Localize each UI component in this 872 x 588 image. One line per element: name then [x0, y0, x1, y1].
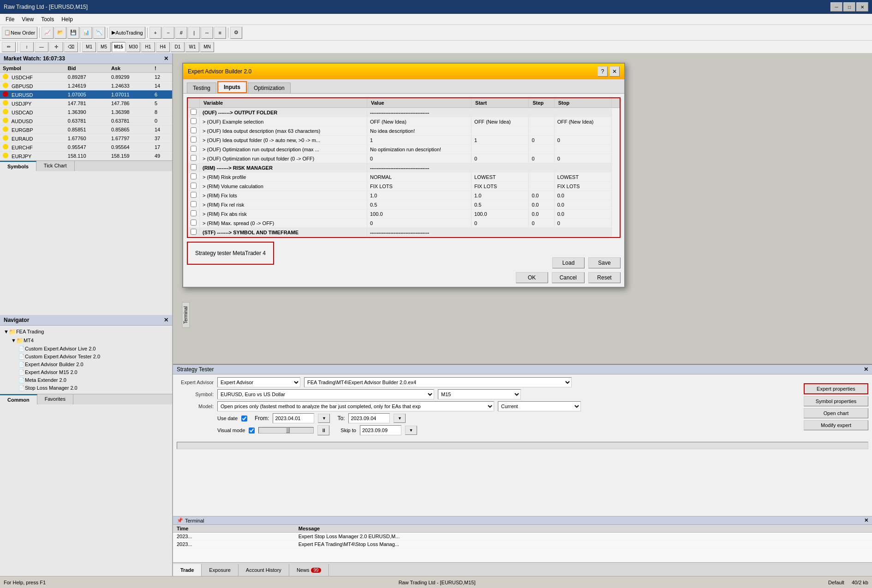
tab-optimization[interactable]: Optimization: [248, 83, 291, 93]
toolbar-chart-open[interactable]: 📂: [54, 27, 66, 39]
toolbar-volume[interactable]: ≡: [214, 27, 226, 39]
nav-item-custom-ea-live[interactable]: 📄 Custom Expert Advisor Live 2.0: [2, 345, 170, 353]
mw-row-gbpusd[interactable]: GBPUSD 1.24619 1.24633 14: [0, 82, 172, 90]
btm-tab-exposure[interactable]: Exposure: [202, 564, 238, 576]
param-row-13[interactable]: (STF) -------> SYMBOL AND TIMEFRAME ----…: [188, 228, 620, 237]
symbol-properties-btn[interactable]: Symbol properties: [804, 396, 868, 406]
mw-row-usdcad[interactable]: USDCAD 1.36390 1.36398 8: [0, 108, 172, 117]
nav-item-ea-builder[interactable]: 📄 Expert Advisor Builder 2.0: [2, 361, 170, 368]
tf-line[interactable]: —: [35, 42, 48, 52]
load-button[interactable]: Load: [552, 257, 585, 268]
tf-delete[interactable]: ⌫: [64, 42, 78, 52]
mw-row-eurjpy[interactable]: EURJPY 158.110 158.159 49: [0, 152, 172, 160]
toolbar-indicators[interactable]: 📉: [93, 27, 105, 39]
tab-favorites[interactable]: Favorites: [37, 394, 73, 404]
nav-item-stop-loss-mgr[interactable]: 📄 Stop Loss Manager 2.0: [2, 384, 170, 392]
tab-inputs[interactable]: Inputs: [217, 81, 247, 93]
param-row-12[interactable]: > (RIM) Max. spread (0 -> OFF) 0 0 0 0: [188, 219, 620, 228]
param-row-2[interactable]: > (OUF) Idea output description (max 63 …: [188, 126, 620, 136]
menu-file[interactable]: File: [2, 15, 18, 24]
tf-h4[interactable]: H4: [156, 42, 170, 52]
model-period-select[interactable]: Current: [498, 401, 581, 411]
symbol-select[interactable]: EURUSD, Euro vs US Dollar: [217, 389, 434, 399]
menu-tools[interactable]: Tools: [37, 15, 58, 24]
reset-button[interactable]: Reset: [588, 272, 621, 283]
use-date-checkbox[interactable]: [241, 416, 247, 422]
nav-item-ea-m15[interactable]: 📄 Expert Advisor M15 2.0: [2, 368, 170, 376]
toolbar-new-order[interactable]: 📋 New Order: [2, 27, 37, 39]
ea-file-select[interactable]: FEA Trading\MT4\Expert Advisor Builder 2…: [304, 377, 572, 387]
param-row-11[interactable]: > (RIM) Fix abs risk 100.0 100.0 0.0 0.0: [188, 209, 620, 219]
btm-tab-trade[interactable]: Trade: [173, 564, 202, 576]
nav-item-custom-ea-tester[interactable]: 📄 Custom Expert Advisor Tester 2.0: [2, 353, 170, 361]
mw-row-usdjpy[interactable]: USDJPY 147.781 147.786 5: [0, 99, 172, 108]
tf-m15[interactable]: M15: [112, 42, 125, 52]
ea-type-select[interactable]: Expert Advisor: [217, 377, 300, 387]
to-date-input[interactable]: [348, 413, 390, 423]
terminal-row-2[interactable]: 2023... Expert FEA Trading\MT4\Stop Loss…: [173, 540, 872, 548]
terminal-side-tab[interactable]: Terminal: [182, 302, 190, 328]
navigator-close[interactable]: ✕: [164, 317, 168, 323]
tf-cursor[interactable]: ↕: [20, 42, 34, 52]
cancel-button[interactable]: Cancel: [552, 272, 585, 283]
visual-mode-checkbox[interactable]: [249, 428, 255, 434]
visual-mode-handle[interactable]: [286, 428, 290, 433]
toolbar-options[interactable]: ⚙: [230, 27, 242, 39]
param-row-1[interactable]: > (OUF) Example selection OFF (New Idea)…: [188, 117, 620, 126]
skip-to-picker[interactable]: ▼: [405, 426, 417, 435]
tab-symbols[interactable]: Symbols: [0, 161, 36, 171]
toolbar-period-sep[interactable]: |: [188, 27, 200, 39]
menu-help[interactable]: Help: [58, 15, 77, 24]
toolbar-chart-scroll[interactable]: ↔: [201, 27, 213, 39]
btm-tab-account-history[interactable]: Account History: [239, 564, 289, 576]
terminal-row-1[interactable]: 2023... Expert Stop Loss Manager 2.0 EUR…: [173, 533, 872, 540]
skip-to-input[interactable]: [360, 425, 401, 435]
terminal-panel-close[interactable]: ✕: [864, 517, 868, 523]
maximize-button[interactable]: □: [843, 2, 855, 12]
from-date-picker[interactable]: ▼: [318, 414, 330, 423]
tf-d1[interactable]: D1: [171, 42, 185, 52]
param-row-10[interactable]: > (RIM) Fix rel risk 0.5 0.5 0.0 0.0: [188, 200, 620, 209]
mw-row-eurusd[interactable]: EURUSD 1.07005 1.07011 6: [0, 90, 172, 99]
tf-mn[interactable]: MN: [200, 42, 214, 52]
ok-button[interactable]: OK: [516, 272, 548, 283]
close-button[interactable]: ✕: [856, 2, 868, 12]
nav-item-fea-trading[interactable]: ▼ 📁 FEA Trading: [2, 327, 170, 336]
open-chart-btn[interactable]: Open chart: [804, 408, 868, 418]
mw-row-eurchf[interactable]: EURCHF 0.95547 0.95564 17: [0, 143, 172, 152]
param-row-6[interactable]: (RIM) -------> RISK MANAGER ------------…: [188, 163, 620, 172]
to-date-picker[interactable]: ▼: [394, 414, 406, 423]
minimize-button[interactable]: ─: [830, 2, 842, 12]
menu-view[interactable]: View: [18, 15, 37, 24]
tester-close[interactable]: ✕: [864, 366, 868, 373]
toolbar-grid[interactable]: #: [175, 27, 187, 39]
timeframe-select[interactable]: M15: [438, 389, 521, 399]
tf-m1[interactable]: M1: [82, 42, 96, 52]
param-row-3[interactable]: > (OUF) Idea output folder (0 -> auto ne…: [188, 136, 620, 145]
param-row-5[interactable]: > (OUF) Optimization run output folder (…: [188, 154, 620, 163]
tab-tick-chart[interactable]: Tick Chart: [36, 161, 75, 171]
visual-mode-bar[interactable]: [258, 427, 314, 434]
tab-testing[interactable]: Testing: [187, 83, 216, 93]
modify-expert-btn[interactable]: Modify expert: [804, 420, 868, 430]
expert-properties-btn[interactable]: Expert properties: [804, 383, 868, 394]
toolbar-chart-save[interactable]: 💾: [67, 27, 79, 39]
mw-row-audusd[interactable]: AUDUSD 0.63781 0.63781 0: [0, 117, 172, 125]
param-row-9[interactable]: > (RIM) Fix lots 1.0 1.0 0.0 0.0: [188, 191, 620, 200]
tf-crosshair[interactable]: ✛: [49, 42, 63, 52]
tab-common[interactable]: Common: [0, 394, 37, 404]
nav-item-meta-extender[interactable]: 📄 Meta Extender 2.0: [2, 376, 170, 384]
market-watch-close[interactable]: ✕: [164, 55, 168, 62]
tf-h1[interactable]: H1: [141, 42, 155, 52]
param-row-4[interactable]: > (OUF) Optimization run output descript…: [188, 145, 620, 154]
param-row-8[interactable]: > (RIM) Volume calculation FIX LOTS FIX …: [188, 182, 620, 191]
btm-tab-news[interactable]: News 99: [289, 564, 329, 576]
from-date-input[interactable]: [273, 413, 314, 423]
toolbar-autotrading[interactable]: ▶ AutoTrading: [109, 27, 145, 39]
mw-row-eurgbp[interactable]: EURGBP 0.85851 0.85865 14: [0, 125, 172, 134]
save-button[interactable]: Save: [588, 257, 621, 268]
nav-item-mt4[interactable]: ▼ 📁 MT4: [2, 336, 170, 345]
toolbar-profiles[interactable]: 📊: [80, 27, 92, 39]
model-select[interactable]: Open prices only (fastest method to anal…: [217, 401, 494, 411]
toolbar-zoom-out[interactable]: −: [162, 27, 174, 39]
